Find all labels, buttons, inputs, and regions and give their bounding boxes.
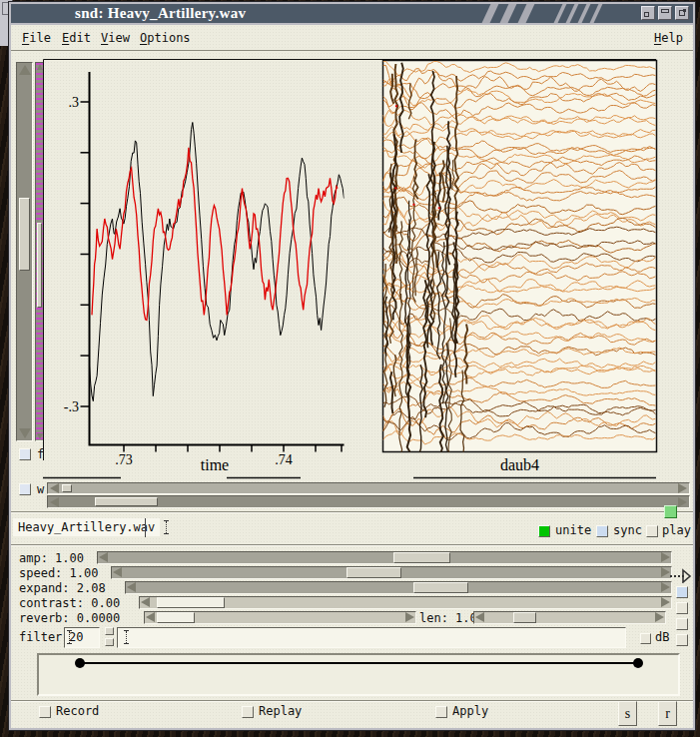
replay-label: Replay <box>259 705 302 718</box>
titlebar-decoration <box>518 4 535 23</box>
filter-envelope-entry[interactable] <box>117 627 626 648</box>
contrast-label: contrast: 0.00 <box>19 596 120 610</box>
fft-checkbox[interactable] <box>19 448 31 460</box>
wavelet-label-daub4: daub4 <box>500 456 539 473</box>
speed-label: speed: 1.00 <box>19 566 98 580</box>
filter-order-cursor-icon <box>66 630 73 644</box>
snd-window: snd: Heavy_Artillery.wav File Edit View … <box>8 1 696 731</box>
reverb-len-thumb[interactable] <box>513 612 536 623</box>
titlebar-decoration <box>566 4 579 23</box>
x-axis-label-time: time <box>201 456 229 473</box>
menubar: File Edit View Options Help <box>11 25 693 51</box>
wave-checkbox-label: w <box>37 483 44 496</box>
unite-label: unite <box>555 524 591 537</box>
titlebar[interactable]: snd: Heavy_Artillery.wav <box>11 4 693 23</box>
menu-item-edit[interactable]: Edit <box>62 31 91 45</box>
horizontal-position-thumb[interactable] <box>95 497 158 506</box>
filter-label: filter: <box>19 630 70 644</box>
apply-label: Apply <box>452 705 488 718</box>
replay-checkbox[interactable] <box>242 706 254 718</box>
db-label: dB <box>655 631 669 644</box>
sync-checkbox[interactable] <box>596 525 608 537</box>
save-controls-button[interactable]: s <box>618 701 637 726</box>
expand-slider[interactable] <box>125 581 672 594</box>
horizontal-position-scrollbar[interactable] <box>47 495 690 508</box>
vertical-zoom-scrollbar[interactable] <box>16 62 33 441</box>
y-tick-label-pos: .3 <box>69 95 80 110</box>
filter-entry-cursor-icon <box>123 630 130 644</box>
reverb-len-slider[interactable] <box>473 611 666 624</box>
speed-slider-thumb[interactable] <box>347 567 401 578</box>
unite-checkbox[interactable] <box>538 525 550 537</box>
menu-item-help[interactable]: Help <box>654 31 683 45</box>
apply-checkbox[interactable] <box>435 706 447 718</box>
wave-checkbox[interactable] <box>19 483 31 495</box>
envelope-point-left[interactable] <box>75 658 85 668</box>
sync-label: sync <box>613 524 642 537</box>
menu-item-view[interactable]: View <box>101 31 130 45</box>
control-panel-checkbox-1[interactable] <box>676 586 688 598</box>
filter-order-down-stepper[interactable] <box>105 638 114 646</box>
reverb-scale-slider[interactable] <box>144 611 416 624</box>
menu-item-options[interactable]: Options <box>140 31 191 45</box>
controls-divider <box>11 544 693 546</box>
filter-order-up-stepper[interactable] <box>105 627 114 635</box>
titlebar-decoration <box>500 4 517 23</box>
x-tick-label-74: .74 <box>275 452 293 467</box>
x-tick-label-73: .73 <box>115 452 133 467</box>
titlebar-decoration <box>578 4 591 23</box>
amp-label: amp: 1.00 <box>19 551 84 565</box>
amp-slider[interactable] <box>97 551 672 564</box>
filter-envelope-graph[interactable] <box>39 655 678 694</box>
horizontal-zoom-thumb[interactable] <box>62 484 72 492</box>
remember-arrow-icon[interactable] <box>668 568 692 583</box>
play-checkbox[interactable] <box>646 525 658 537</box>
vertical-position-thumb[interactable] <box>37 223 42 308</box>
maximize-button[interactable] <box>658 6 672 20</box>
text-cursor-icon <box>163 520 170 534</box>
window-title: snd: Heavy_Artillery.wav <box>75 5 246 22</box>
titlebar-decoration <box>590 4 603 23</box>
sound-filename: Heavy_Artillery.wav <box>13 518 160 536</box>
envelope-point-right[interactable] <box>633 658 643 668</box>
graph-display[interactable]: .3-.3.73.74timedaub4 <box>43 59 690 479</box>
titlebar-decoration <box>554 4 567 23</box>
horizontal-zoom-scrollbar[interactable] <box>47 482 690 494</box>
amp-slider-thumb[interactable] <box>393 552 450 563</box>
waveform-trace-red <box>92 148 338 321</box>
y-tick-label-neg: -.3 <box>64 399 79 414</box>
contrast-slider[interactable] <box>139 596 672 609</box>
record-label: Record <box>56 705 99 718</box>
control-panel-checkbox-3[interactable] <box>676 618 688 630</box>
filename-separator <box>145 518 146 537</box>
menu-item-file[interactable]: File <box>22 31 51 45</box>
close-button[interactable] <box>675 6 689 20</box>
app-content: File Edit View Options Help f w .3-.3.73… <box>11 25 693 728</box>
restore-controls-button[interactable]: r <box>658 701 677 726</box>
play-label: play <box>662 524 691 537</box>
db-checkbox[interactable] <box>640 633 651 644</box>
control-panel-checkbox-4[interactable] <box>676 634 688 646</box>
pane-divider <box>11 511 693 513</box>
waveform-trace-black <box>90 123 345 401</box>
expand-slider-thumb[interactable] <box>413 582 468 593</box>
contrast-slider-thumb[interactable] <box>157 597 225 608</box>
vertical-zoom-thumb[interactable] <box>19 198 30 271</box>
filter-envelope-editor[interactable] <box>37 653 680 696</box>
record-checkbox[interactable] <box>39 706 51 718</box>
waveform-traces[interactable] <box>90 123 345 401</box>
reverb-scale-thumb[interactable] <box>157 612 195 623</box>
minimize-button[interactable] <box>641 6 655 20</box>
pane-sash-handle[interactable] <box>664 505 677 518</box>
expand-label: expand: 2.08 <box>19 581 106 595</box>
speed-slider[interactable] <box>111 566 672 579</box>
bottom-divider <box>11 700 693 702</box>
reverb-label: reverb: 0.0000 <box>19 611 120 625</box>
titlebar-decoration <box>482 4 499 23</box>
control-panel-checkbox-2[interactable] <box>676 602 688 614</box>
